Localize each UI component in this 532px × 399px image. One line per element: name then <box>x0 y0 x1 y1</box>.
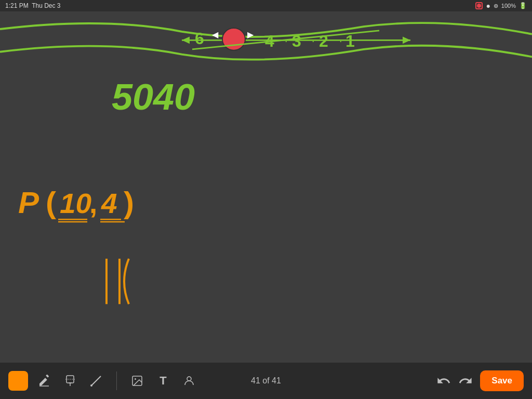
svg-text:▶: ▶ <box>247 31 254 39</box>
status-date: Thu Dec 3 <box>32 2 60 9</box>
save-button[interactable]: Save <box>480 370 524 391</box>
battery-text: 100% <box>501 3 516 9</box>
toolbar: T 41 of 41 Save <box>0 363 532 399</box>
sticker-icon <box>183 375 195 387</box>
undo-icon <box>436 374 451 388</box>
toolbar-divider-1 <box>116 371 117 390</box>
text-icon: T <box>159 374 166 388</box>
sticker-tool-button[interactable] <box>179 371 199 391</box>
page-indicator: 41 of 41 <box>245 376 287 385</box>
svg-text:·: · <box>339 35 342 46</box>
svg-text:,: , <box>89 188 97 219</box>
svg-text:1: 1 <box>345 32 355 50</box>
svg-text:P: P <box>18 185 39 220</box>
record-indicator <box>475 2 483 9</box>
signal-dot: ● <box>486 2 490 10</box>
status-right: ● ⊛ 100% 🔋 <box>475 2 527 10</box>
redo-icon <box>458 374 473 388</box>
toolbar-right: Save <box>287 370 524 391</box>
svg-point-35 <box>135 378 136 380</box>
status-bar: 1:21 PM Thu Dec 3 ● ⊛ 100% 🔋 <box>0 0 532 11</box>
svg-text:◀: ◀ <box>212 31 219 39</box>
page-indicator-text: 41 of 41 <box>251 376 281 385</box>
wifi-icon: ⊛ <box>494 3 498 9</box>
svg-point-36 <box>187 377 191 381</box>
svg-point-33 <box>90 384 92 387</box>
svg-text:(: ( <box>46 185 56 220</box>
status-time: 1:21 PM <box>5 2 29 9</box>
pen-icon <box>12 375 24 387</box>
svg-marker-1 <box>182 37 190 44</box>
svg-marker-2 <box>403 37 410 44</box>
svg-text:2: 2 <box>319 32 328 50</box>
image-icon <box>131 375 143 387</box>
marker-icon <box>38 375 50 387</box>
highlighter-icon <box>63 374 77 388</box>
undo-button[interactable] <box>436 374 451 388</box>
battery-icon: 🔋 <box>519 2 527 9</box>
highlighter-tool-button[interactable] <box>60 371 80 391</box>
svg-point-5 <box>222 28 245 50</box>
drawing-canvas: 6 ◀ ▶ 4 · 3 · 2 · 1 5040 P ( 10 <box>0 11 532 363</box>
svg-text:5040: 5040 <box>112 77 195 117</box>
svg-text:6: 6 <box>195 30 204 48</box>
ruler-tool-button[interactable] <box>86 371 106 391</box>
canvas-area[interactable]: 6 ◀ ▶ 4 · 3 · 2 · 1 5040 P ( 10 <box>0 11 532 363</box>
text-tool-button[interactable]: T <box>153 371 173 391</box>
svg-line-32 <box>91 376 101 385</box>
pen-tool-button[interactable] <box>8 371 28 391</box>
redo-button[interactable] <box>458 374 473 388</box>
ruler-icon <box>89 374 103 388</box>
svg-text:3: 3 <box>292 32 301 50</box>
svg-text:): ) <box>124 185 134 220</box>
image-tool-button[interactable] <box>127 371 147 391</box>
record-dot <box>477 4 481 8</box>
toolbar-left: T <box>8 371 245 391</box>
marker-tool-button[interactable] <box>34 371 54 391</box>
svg-text:10: 10 <box>60 188 91 219</box>
status-time-date: 1:21 PM Thu Dec 3 <box>5 2 61 9</box>
svg-text:4: 4 <box>101 188 117 219</box>
